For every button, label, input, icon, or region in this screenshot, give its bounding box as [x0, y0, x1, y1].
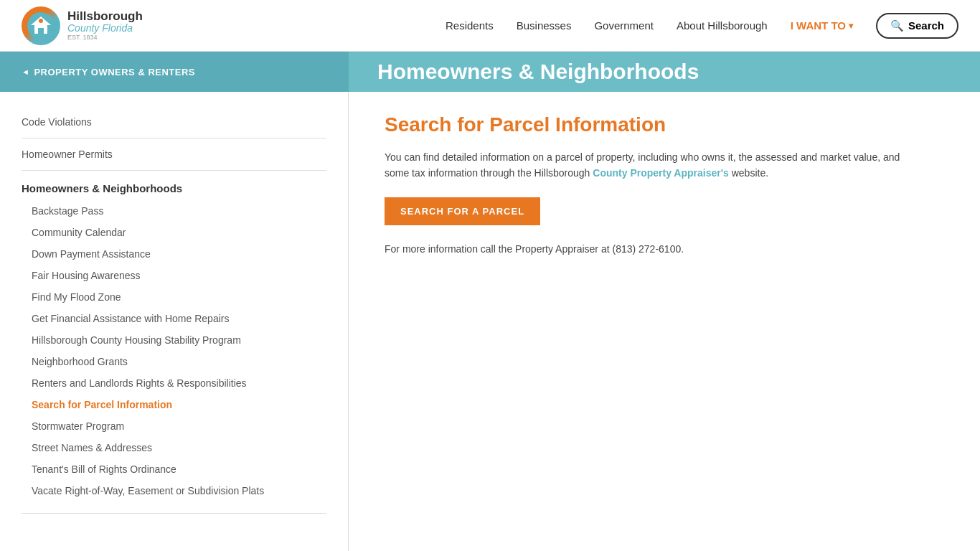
search-icon: 🔍 — [890, 19, 904, 32]
sidebar-item-flood-zone[interactable]: Find My Flood Zone — [22, 286, 326, 308]
county-appraiser-link[interactable]: County Property Appraiser's — [593, 167, 729, 179]
content-footer-text: For more information call the Property A… — [385, 241, 944, 257]
search-label: Search — [908, 19, 944, 32]
sidebar-item-housing-stability[interactable]: Hillsborough County Housing Stability Pr… — [22, 329, 326, 351]
sidebar-item-vacate-right[interactable]: Vacate Right-of-Way, Easement or Subdivi… — [22, 480, 326, 501]
sidebar-item-backstage-pass[interactable]: Backstage Pass — [22, 200, 326, 222]
content-title: Search for Parcel Information — [385, 113, 944, 136]
content-description: You can find detailed information on a p… — [385, 149, 901, 182]
back-nav[interactable]: PROPERTY OWNERS & RENTERS — [0, 52, 349, 92]
nav-government[interactable]: Government — [594, 19, 654, 32]
subnav-bar: PROPERTY OWNERS & RENTERS Homeowners & N… — [0, 52, 980, 92]
sidebar: Code Violations Homeowner Permits Homeow… — [0, 92, 349, 551]
sidebar-item-fair-housing[interactable]: Fair Housing Awareness — [22, 265, 326, 286]
nav-i-want-to[interactable]: I WANT TO — [791, 19, 853, 32]
sidebar-item-community-calendar[interactable]: Community Calendar — [22, 222, 326, 243]
sidebar-divider — [22, 513, 326, 514]
logo-text: Hillsborough County Florida EST. 1834 — [67, 10, 143, 42]
search-parcel-button[interactable]: SEARCH FOR A PARCEL — [385, 197, 540, 225]
logo-state: County Florida — [67, 23, 143, 34]
main-nav: Residents Businesses Government About Hi… — [446, 13, 958, 39]
sidebar-item-neighborhood-grants[interactable]: Neighborhood Grants — [22, 351, 326, 372]
nav-residents[interactable]: Residents — [446, 19, 494, 32]
logo-icon — [22, 6, 60, 45]
sidebar-item-financial-assistance[interactable]: Get Financial Assistance with Home Repai… — [22, 308, 326, 329]
sidebar-item-tenants-rights[interactable]: Tenant's Bill of Rights Ordinance — [22, 458, 326, 480]
logo-area[interactable]: Hillsborough County Florida EST. 1834 — [22, 6, 143, 45]
sidebar-item-homeowner-permits[interactable]: Homeowner Permits — [22, 138, 326, 171]
nav-about[interactable]: About Hillsborough — [677, 19, 768, 32]
logo-est: EST. 1834 — [67, 34, 143, 42]
svg-point-4 — [39, 19, 43, 23]
content-desc-2: website. — [732, 167, 768, 179]
sidebar-item-down-payment[interactable]: Down Payment Assistance — [22, 243, 326, 265]
sidebar-item-code-violations[interactable]: Code Violations — [22, 106, 326, 138]
back-nav-label: PROPERTY OWNERS & RENTERS — [22, 67, 195, 77]
site-header: Hillsborough County Florida EST. 1834 Re… — [0, 0, 980, 52]
sidebar-item-renters-landlords[interactable]: Renters and Landlords Rights & Responsib… — [22, 372, 326, 394]
logo-county: Hillsborough — [67, 10, 143, 24]
sidebar-item-stormwater[interactable]: Stormwater Program — [22, 415, 326, 437]
search-button[interactable]: 🔍 Search — [876, 13, 958, 39]
svg-rect-3 — [38, 28, 44, 34]
sidebar-section-title: Homeowners & Neighborhoods — [22, 171, 326, 200]
nav-businesses[interactable]: Businesses — [517, 19, 572, 32]
page-content: Search for Parcel Information You can fi… — [349, 92, 980, 551]
main-content: Code Violations Homeowner Permits Homeow… — [0, 92, 980, 551]
sidebar-item-street-names[interactable]: Street Names & Addresses — [22, 437, 326, 458]
page-title: Homeowners & Neighborhoods — [377, 60, 699, 84]
page-title-area: Homeowners & Neighborhoods — [349, 52, 980, 92]
sidebar-item-parcel-info[interactable]: Search for Parcel Information — [22, 394, 326, 415]
